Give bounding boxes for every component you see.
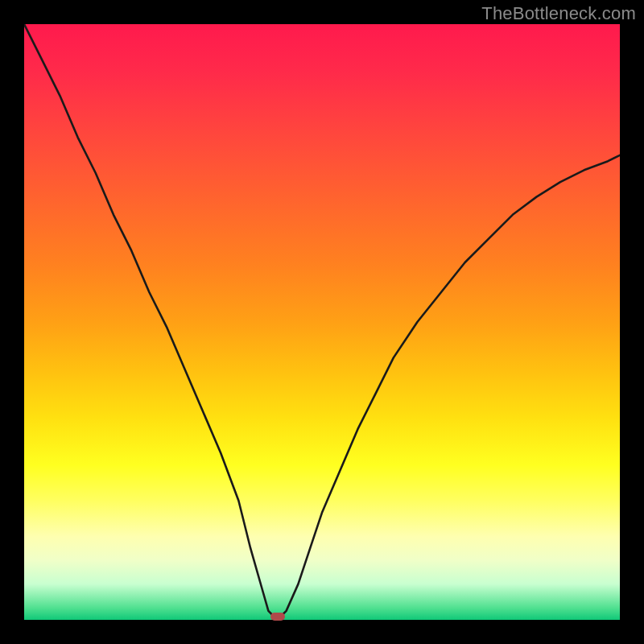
chart-frame: TheBottleneck.com	[0, 0, 644, 644]
plot-area	[24, 24, 620, 620]
watermark-text: TheBottleneck.com	[481, 3, 636, 24]
optimal-point-marker	[270, 613, 285, 621]
bottleneck-curve	[24, 24, 620, 620]
